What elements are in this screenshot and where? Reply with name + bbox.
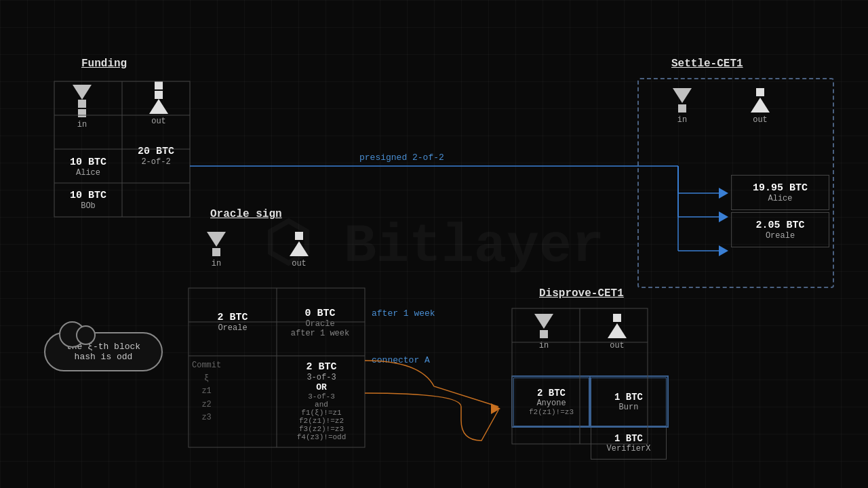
settle-cet1-label: Settle-CET1 — [671, 58, 743, 70]
oracle-cell-oracle: 0 BTC Oracle after 1 week — [277, 289, 363, 356]
connector-orange-arrow — [491, 403, 500, 414]
settle-in-arrow: in — [673, 88, 692, 125]
funding-out-arrow: out — [149, 81, 168, 126]
cloud-message: the ξ-th block hash is odd — [44, 332, 163, 371]
funding-in-arrow: in — [73, 85, 92, 129]
settle-out-arrow: out — [751, 88, 770, 125]
oracle-in-arrow: in — [207, 232, 226, 268]
disprove-cet1-label: Disprove-CET1 — [539, 287, 624, 300]
funding-cell-alice-btc: 10 BTC Alice — [56, 150, 121, 183]
oracle-out-arrow: out — [290, 232, 309, 268]
settle-alice-output: 19.95 BTC Alice — [731, 175, 829, 210]
funding-cell-2of2: 20 BTC 2-of-2 — [123, 132, 189, 180]
oracle-cell-3of3: 2 BTC 3-of-3 OR 3-of-3 and f1(ξ)!=z1 f2(… — [278, 357, 365, 445]
presigned-label: presigned 2-of-2 — [359, 152, 444, 163]
funding-in-label: in — [73, 120, 92, 129]
funding-cell-bob: 10 BTC BOb — [56, 184, 121, 216]
disprove-in-arrow: in — [534, 314, 553, 350]
funding-label: Funding — [81, 58, 127, 70]
disprove-cell-burn: 1 BTC Burn — [591, 378, 667, 426]
after-1-week-label: after 1 week — [372, 308, 435, 319]
disprove-cell-verifier: 1 BTC VerifierX — [591, 427, 667, 460]
oracle-sign-label: Oracle sign — [210, 208, 282, 220]
settle-oreale-output: 2.05 BTC Oreale — [731, 212, 829, 247]
oracle-cell-oreale: 2 BTC Oreale — [190, 289, 275, 354]
watermark: ⬡ Bitlayer — [264, 211, 604, 277]
disprove-cell-anyone: 2 BTC Anyone f2(z1)!=z3 — [513, 378, 589, 426]
commit-label: Commitξz1z2z3 — [192, 359, 221, 424]
disprove-out-arrow: out — [608, 314, 627, 350]
funding-out-label: out — [149, 117, 168, 126]
connector-a-label: connector A — [372, 355, 430, 365]
